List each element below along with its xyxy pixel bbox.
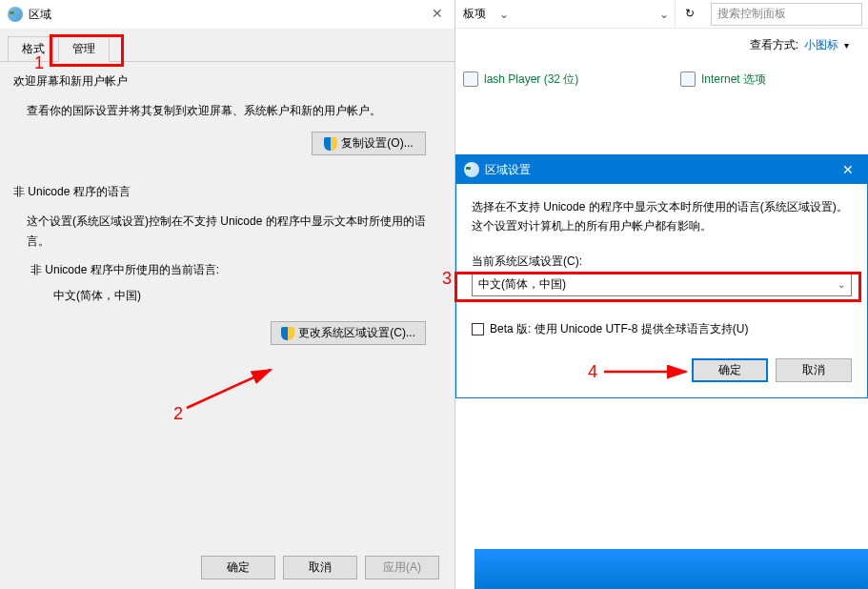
title-bar: 区域 ✕ xyxy=(0,0,454,29)
change-locale-button[interactable]: 更改系统区域设置(C)... xyxy=(271,321,426,345)
button-label: 更改系统区域设置(C)... xyxy=(298,325,415,341)
window-title: 区域 xyxy=(29,7,51,23)
chevron-down-icon[interactable]: ⌄ xyxy=(654,8,675,21)
view-label: 查看方式: xyxy=(750,37,798,53)
region-dialog: 区域 ✕ 格式 管理 欢迎屏幕和新用户帐户 查看你的国际设置并将其复制到欢迎屏幕… xyxy=(0,0,455,589)
popup-title: 区域设置 xyxy=(485,162,531,178)
internet-icon xyxy=(680,71,696,87)
popup-footer: 确定 取消 xyxy=(472,358,852,382)
nonunicode-group: 非 Unicode 程序的语言 这个设置(系统区域设置)控制在不支持 Unico… xyxy=(10,184,445,355)
region-settings-popup: 区域设置 ✕ 选择在不支持 Unicode 的程序中显示文本时所使用的语言(系统… xyxy=(455,154,868,398)
group-desc: 这个设置(系统区域设置)控制在不支持 Unicode 的程序中显示文本时所使用的… xyxy=(27,212,435,251)
group-title: 欢迎屏幕和新用户帐户 xyxy=(13,73,445,90)
globe-icon xyxy=(8,7,23,22)
tab-body: 欢迎屏幕和新用户帐户 查看你的国际设置并将其复制到欢迎屏幕、系统帐户和新的用户帐… xyxy=(0,62,454,383)
address-bar: 板项 ⌄ ⌄ ↻ 搜索控制面板 xyxy=(455,0,868,29)
checkbox-label: Beta 版: 使用 Unicode UTF-8 提供全球语言支持(U) xyxy=(490,321,748,337)
view-mode-row: 查看方式: 小图标 ▾ xyxy=(455,29,868,61)
close-button[interactable]: ✕ xyxy=(428,4,447,23)
cancel-button[interactable]: 取消 xyxy=(283,556,357,579)
ok-button[interactable]: 确定 xyxy=(692,358,768,382)
welcome-group: 欢迎屏幕和新用户帐户 查看你的国际设置并将其复制到欢迎屏幕、系统帐户和新的用户帐… xyxy=(10,73,445,165)
globe-icon xyxy=(464,162,479,177)
breadcrumb[interactable]: 板项 xyxy=(455,6,494,22)
popup-title-bar: 区域设置 ✕ xyxy=(456,155,867,184)
popup-body: 选择在不支持 Unicode 的程序中显示文本时所使用的语言(系统区域设置)。这… xyxy=(456,184,867,397)
taskbar[interactable] xyxy=(474,549,868,589)
group-title: 非 Unicode 程序的语言 xyxy=(13,184,445,200)
current-language: 中文(简体，中国) xyxy=(53,288,435,304)
ok-button[interactable]: 确定 xyxy=(201,556,275,579)
sub-title: 非 Unicode 程序中所使用的当前语言: xyxy=(30,262,435,278)
locale-select[interactable]: 中文(简体，中国) ⌄ xyxy=(472,274,852,296)
control-panel-items: lash Player (32 位) Internet 选项 xyxy=(455,61,868,97)
cp-item-flash[interactable]: lash Player (32 位) xyxy=(463,69,860,90)
apply-button[interactable]: 应用(A) xyxy=(365,556,439,579)
copy-settings-button[interactable]: 复制设置(O)... xyxy=(312,132,426,155)
shield-icon xyxy=(324,137,337,151)
tab-row: 格式 管理 xyxy=(0,29,454,62)
utf8-checkbox-row[interactable]: Beta 版: 使用 Unicode UTF-8 提供全球语言支持(U) xyxy=(472,321,852,337)
item-label: Internet 选项 xyxy=(701,71,766,88)
checkbox[interactable] xyxy=(472,323,484,335)
button-label: 复制设置(O)... xyxy=(341,135,413,152)
view-mode-link[interactable]: 小图标 xyxy=(804,37,838,53)
cp-item-internet[interactable]: Internet 选项 xyxy=(680,69,766,90)
item-label: lash Player (32 位) xyxy=(484,71,578,88)
chevron-down-icon[interactable]: ▾ xyxy=(844,40,849,51)
selected-value: 中文(简体，中国) xyxy=(478,276,566,293)
placeholder-text: 搜索控制面板 xyxy=(717,6,786,22)
chevron-down-icon: ⌄ xyxy=(838,279,845,290)
dialog-footer: 确定 取消 应用(A) xyxy=(201,556,439,579)
popup-desc: 选择在不支持 Unicode 的程序中显示文本时所使用的语言(系统区域设置)。这… xyxy=(472,197,852,236)
locale-field-label: 当前系统区域设置(C): xyxy=(472,254,852,270)
cancel-button[interactable]: 取消 xyxy=(776,358,852,382)
flash-icon xyxy=(463,71,478,87)
refresh-button[interactable]: ↻ xyxy=(675,0,705,28)
group-desc: 查看你的国际设置并将其复制到欢迎屏幕、系统帐户和新的用户帐户。 xyxy=(27,101,435,120)
shield-icon xyxy=(281,327,294,340)
search-input[interactable]: 搜索控制面板 xyxy=(711,3,863,26)
chevron-down-icon[interactable]: ⌄ xyxy=(494,8,515,21)
tab-format[interactable]: 格式 xyxy=(8,36,59,61)
tab-admin[interactable]: 管理 xyxy=(58,36,110,62)
close-button[interactable]: ✕ xyxy=(829,155,867,184)
